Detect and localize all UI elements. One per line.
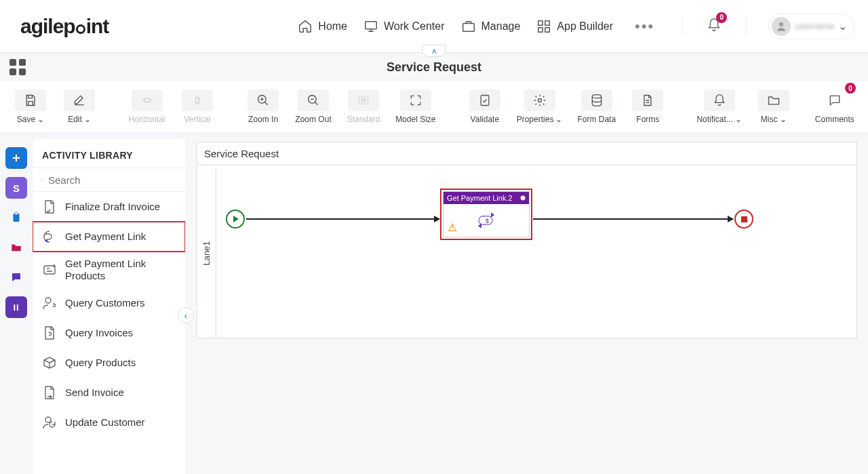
svg-rect-17 [15,213,18,215]
rail-add-button[interactable] [5,147,27,169]
bell-icon [713,94,726,107]
svg-point-20 [45,298,51,303]
nav-manage[interactable]: Manage [461,19,521,34]
document-icon [641,94,654,107]
collapse-library-button[interactable]: ‹ [178,307,194,323]
model-size-icon [409,94,422,107]
rail-ii-button[interactable]: II [5,296,27,318]
document-send-icon [41,384,58,401]
svg-rect-8 [195,98,199,103]
box-question-icon [41,355,58,371]
zoom-out-button[interactable]: Zoom Out [292,85,334,128]
user-question-icon [41,295,58,311]
comments-count-badge: 0 [845,83,856,94]
nav-work-center[interactable]: Work Center [363,19,445,34]
nav-app-builder[interactable]: App Builder [536,19,613,34]
stripe-s-icon: S [13,182,20,194]
apps-grid-button[interactable] [9,59,26,75]
ii-icon: II [13,302,19,313]
nav-more[interactable]: ••• [629,18,660,35]
svg-point-18 [41,179,42,180]
svg-rect-3 [545,20,549,24]
nav-app-builder-label: App Builder [557,20,613,33]
svg-rect-4 [538,27,542,31]
activity-item-get-payment-link-products[interactable]: Get Payment Link Products [33,252,185,288]
library-search[interactable] [33,167,185,192]
chevron-down-icon: ⌄ [780,115,787,124]
payment-link-node-icon: $ [474,210,498,231]
start-node[interactable] [226,210,245,229]
collapse-topnav[interactable]: ʌ [422,45,446,57]
rail-stripe-button[interactable]: S [5,177,27,199]
nav-divider-2 [746,16,747,37]
align-horizontal-button[interactable]: Horizontal [125,85,168,128]
nav-manage-label: Manage [481,20,521,33]
search-input[interactable] [48,174,177,186]
model-size-button[interactable]: Model Size [393,85,439,128]
database-icon [590,94,604,107]
zoom-in-icon [256,94,270,107]
lane-header[interactable]: Lane1 [197,168,216,338]
align-vertical-button[interactable]: Vertical [178,85,217,128]
chevron-down-icon: ⌄ [84,115,91,124]
activity-item-query-invoices[interactable]: Query Invoices [33,318,185,348]
svg-point-14 [538,99,541,102]
activity-item-query-products[interactable]: Query Products [33,348,185,378]
nav-divider [682,16,682,37]
activity-node-get-payment-link-2[interactable]: Get Payment Link.2 ⚠ $ [440,189,532,240]
brand-logo: agilepint [20,15,108,38]
monitor-icon [363,19,378,34]
svg-point-21 [45,417,51,422]
user-menu[interactable]: username ⌄ [768,14,854,39]
folder-icon [767,94,781,107]
form-data-button[interactable]: Form Data [574,85,618,128]
chat-icon [10,271,22,283]
activity-item-finalize-draft-invoice[interactable]: Finalize Draft Invoice [33,192,185,222]
save-button[interactable]: Save⌄ [11,85,50,128]
document-question-icon [41,325,58,341]
nav-work-center-label: Work Center [384,20,445,33]
validate-button[interactable]: Validate [465,85,505,128]
activity-item-query-customers[interactable]: Query Customers [33,288,185,318]
misc-button[interactable]: Misc⌄ [754,85,793,128]
end-node[interactable] [734,210,753,229]
svg-rect-19 [44,266,55,274]
canvas-title: Service Request [197,142,856,165]
svg-rect-12 [362,99,366,101]
rail-chat-button[interactable] [5,266,27,288]
flow-edge-2[interactable] [533,218,733,220]
comment-icon [828,94,842,107]
comments-button[interactable]: 0 Comments [812,85,857,128]
forms-button[interactable]: Forms [628,85,667,128]
activity-item-get-payment-link[interactable]: Get Payment Link [33,222,185,252]
activity-item-send-invoice[interactable]: Send Invoice [33,378,185,408]
validate-icon [478,94,492,107]
folder-icon [10,241,22,254]
briefcase-icon [461,19,476,34]
nav-home[interactable]: Home [298,19,347,34]
svg-rect-5 [545,27,549,31]
fit-standard-icon [357,94,370,107]
flow-edge-1[interactable] [246,218,439,220]
activity-item-update-customer[interactable]: Update Customer [33,408,185,437]
nav-home-label: Home [318,20,347,33]
gear-icon[interactable] [519,194,527,202]
notifications-button[interactable]: Notificat...⌄ [694,85,745,128]
process-canvas[interactable]: Service Request Lane1 Get Payment Link.2… [197,142,857,338]
svg-text:$: $ [486,218,489,224]
zoom-standard-button[interactable]: Standard [344,85,383,128]
chevron-down-icon: ⌄ [37,115,44,124]
activity-node-label: Get Payment Link.2 [447,194,513,202]
zoom-out-icon [307,94,320,107]
rail-clipboard-button[interactable] [5,207,27,229]
user-name: username [795,21,834,31]
chevron-down-icon: ⌄ [555,115,562,124]
notifications-bell[interactable]: 0 [704,15,724,38]
home-icon [298,19,313,34]
edit-button[interactable]: Edit⌄ [60,85,99,128]
properties-button[interactable]: Properties⌄ [514,85,565,128]
rail-folder-button[interactable] [5,237,27,258]
save-icon [24,94,37,107]
svg-point-15 [592,95,601,98]
zoom-in-button[interactable]: Zoom In [243,85,283,128]
